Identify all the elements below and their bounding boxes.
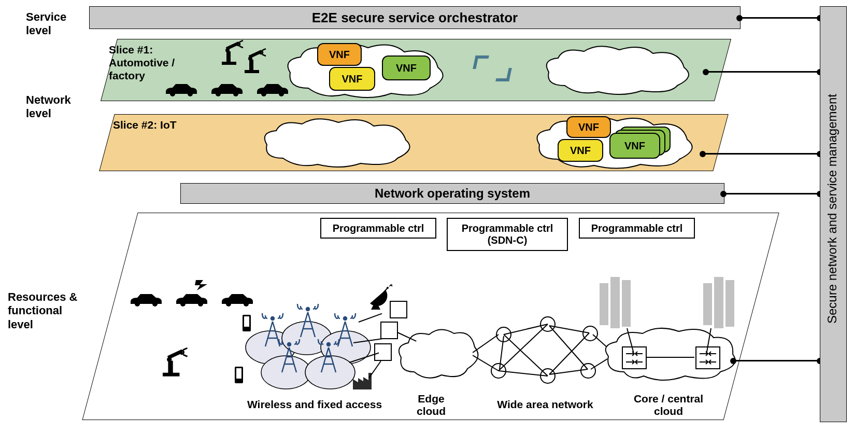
orchestrator-bar-label: E2E secure service orchestrator [312,10,518,26]
svg-point-3 [225,48,230,52]
ctrl-label: Programmable ctrl (SDN-C) [462,222,553,246]
wan-mesh [473,311,607,389]
connector-slice2 [703,153,820,155]
phone-icon [241,314,252,333]
vnf-label: VNF [329,49,350,61]
car-icon [219,291,255,307]
datacenter-icon [703,280,734,327]
svg-rect-40 [236,368,241,379]
svg-point-32 [271,317,274,320]
svg-point-21 [244,301,249,306]
svg-line-52 [549,369,588,374]
slice-1-title: Slice #1: Automotive / factory [109,43,175,82]
vnf-box: VNF [382,55,431,80]
phone-icon [233,366,245,385]
svg-line-47 [499,371,548,376]
programmable-ctrl-box-2: Programmable ctrl (SDN-C) [447,218,568,251]
car-icon [174,291,210,307]
svg-line-45 [504,335,548,376]
edge-cloud-icon [396,324,481,386]
svg-line-43 [473,355,499,371]
svg-point-34 [344,317,347,320]
robot-arm-icon [219,40,245,68]
connector-orchestrator [739,17,820,19]
vnf-box: VNF [609,133,660,159]
vnf-label: VNF [624,140,645,152]
robot-arm-icon [241,48,267,76]
connector-slice1 [706,71,820,73]
svg-point-12 [216,91,221,96]
ctrl-label: Programmable ctrl [333,222,424,234]
cloud-icon [542,44,694,96]
cloud-icon [260,117,415,169]
datacenter-icon [600,280,631,327]
cell-tower-icon [277,337,302,375]
connector-nos [723,193,820,194]
ctrl-label: Programmable ctrl [591,222,683,234]
vnf-label: VNF [342,73,363,85]
vnf-label: VNF [578,121,599,133]
secure-mgmt-label: Secure network and service management [825,106,839,324]
edge-box [390,301,407,318]
vnf-box: VNF [329,67,375,91]
switch-icon [622,346,647,369]
connector-resources [733,360,820,361]
lightning-icon [194,279,209,291]
robot-arm-icon [159,347,189,380]
satellite-dish-icon [365,283,393,313]
edge-box [380,322,398,339]
svg-point-17 [152,301,158,306]
svg-point-14 [261,91,266,96]
svg-rect-1 [226,51,231,63]
nos-bar: Network operating system [180,183,724,204]
svg-rect-23 [168,361,173,374]
vnf-label: VNF [570,145,591,157]
label-service-level: Service level [26,10,66,38]
svg-point-36 [327,343,330,346]
svg-point-25 [167,357,172,362]
slice-1-panel: Slice #1: Automotive / factory [109,39,723,101]
svg-line-48 [500,336,504,369]
nos-bar-label: Network operating system [375,186,530,201]
vnf-label: VNF [396,62,417,74]
svg-point-13 [233,91,238,96]
vnf-box: VNF [558,139,603,162]
slice-2-title: Slice #2: IoT [113,118,177,131]
svg-point-18 [180,301,186,306]
edge-box [374,343,392,361]
link-line [646,357,694,358]
svg-rect-6 [249,60,253,71]
svg-line-51 [549,333,589,374]
slice1-car-row [163,81,291,97]
svg-point-35 [288,343,291,346]
car-icon [209,81,245,97]
cell-tower-icon [295,302,320,340]
car-icon [128,291,164,307]
svg-line-46 [499,324,548,371]
diagram-stage: Service level Network level Resources & … [0,0,868,432]
svg-point-11 [188,91,193,96]
resources-panel: Programmable ctrl Programmable ctrl (SDN… [110,213,751,420]
svg-line-50 [549,326,588,369]
svg-point-10 [170,91,175,96]
label-network-level: Network level [26,93,71,121]
cell-tower-icon [316,337,341,375]
caption-wan: Wide area network [483,398,607,411]
slice-2-panel: Slice #2: IoT VNF VNF VNF [107,114,721,171]
car-icon [163,81,200,97]
svg-line-42 [473,335,499,353]
svg-point-19 [198,301,203,306]
svg-point-41 [387,287,389,289]
svg-rect-38 [244,316,249,327]
programmable-ctrl-box-1: Programmable ctrl [320,218,436,239]
switch-icon [695,346,720,369]
caption-access: Wireless and fixed access [237,398,392,411]
orchestrator-bar: E2E secure service orchestrator [89,6,741,29]
caption-edge: Edge cloud [400,393,462,417]
svg-point-16 [135,301,140,306]
vnf-box: VNF [317,43,362,66]
svg-point-8 [248,57,252,61]
factory-icon [352,372,373,391]
caption-core: Core / central cloud [617,393,720,417]
resources-car-row [128,291,255,307]
